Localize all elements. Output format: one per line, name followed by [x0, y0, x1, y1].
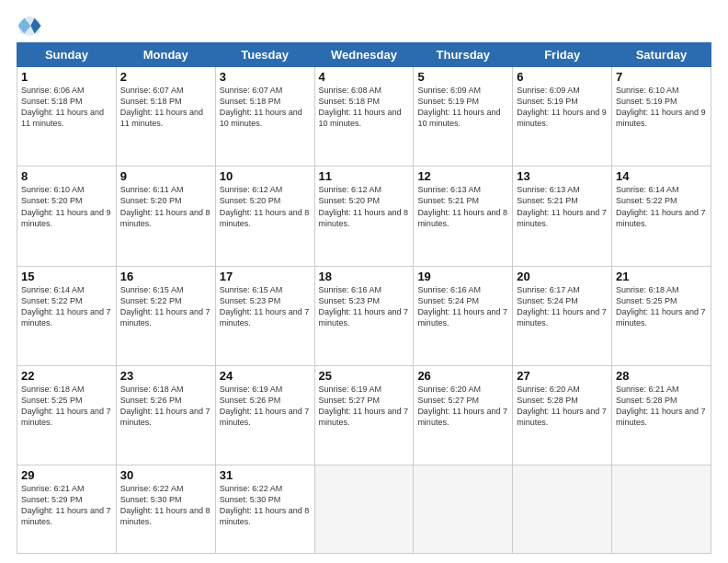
header-cell-monday: Monday: [116, 43, 215, 67]
day-cell: 19 Sunrise: 6:16 AM Sunset: 5:24 PM Dayl…: [414, 266, 513, 365]
day-info: Sunrise: 6:12 AM Sunset: 5:20 PM Dayligh…: [220, 184, 311, 229]
header-cell-thursday: Thursday: [414, 43, 513, 67]
day-number: 17: [220, 270, 311, 283]
day-number: 4: [319, 70, 410, 84]
day-number: 29: [21, 468, 112, 482]
day-number: 12: [417, 169, 508, 183]
week-row-2: 8 Sunrise: 6:10 AM Sunset: 5:20 PM Dayli…: [17, 167, 711, 266]
day-cell: 22 Sunrise: 6:18 AM Sunset: 5:25 PM Dayl…: [17, 365, 117, 465]
day-info: Sunrise: 6:10 AM Sunset: 5:20 PM Dayligh…: [21, 184, 112, 229]
day-number: 3: [220, 70, 311, 84]
day-number: 5: [417, 70, 508, 84]
day-info: Sunrise: 6:19 AM Sunset: 5:26 PM Dayligh…: [220, 384, 311, 429]
header-cell-tuesday: Tuesday: [215, 43, 314, 67]
header-cell-sunday: Sunday: [17, 43, 117, 67]
day-cell: 16 Sunrise: 6:15 AM Sunset: 5:22 PM Dayl…: [116, 266, 215, 365]
day-info: Sunrise: 6:11 AM Sunset: 5:20 PM Dayligh…: [120, 184, 211, 229]
day-cell: 29 Sunrise: 6:21 AM Sunset: 5:29 PM Dayl…: [17, 465, 117, 554]
week-row-3: 15 Sunrise: 6:14 AM Sunset: 5:22 PM Dayl…: [17, 266, 711, 365]
day-number: 8: [21, 169, 112, 183]
day-info: Sunrise: 6:16 AM Sunset: 5:23 PM Dayligh…: [319, 284, 410, 329]
day-info: Sunrise: 6:09 AM Sunset: 5:19 PM Dayligh…: [517, 85, 608, 130]
day-info: Sunrise: 6:21 AM Sunset: 5:29 PM Dayligh…: [21, 483, 112, 528]
day-number: 25: [319, 369, 410, 383]
day-cell: 8 Sunrise: 6:10 AM Sunset: 5:20 PM Dayli…: [17, 167, 117, 266]
week-row-1: 1 Sunrise: 6:06 AM Sunset: 5:18 PM Dayli…: [17, 67, 711, 167]
day-cell: 28 Sunrise: 6:21 AM Sunset: 5:28 PM Dayl…: [612, 365, 711, 465]
day-cell: 13 Sunrise: 6:13 AM Sunset: 5:21 PM Dayl…: [513, 167, 612, 266]
header-cell-friday: Friday: [513, 43, 612, 67]
day-cell: 12 Sunrise: 6:13 AM Sunset: 5:21 PM Dayl…: [414, 167, 513, 266]
day-number: 15: [21, 270, 112, 283]
day-cell: 11 Sunrise: 6:12 AM Sunset: 5:20 PM Dayl…: [314, 167, 414, 266]
day-number: 27: [517, 369, 608, 383]
day-cell: 1 Sunrise: 6:06 AM Sunset: 5:18 PM Dayli…: [17, 67, 117, 167]
day-info: Sunrise: 6:15 AM Sunset: 5:23 PM Dayligh…: [220, 284, 311, 329]
day-cell: 27 Sunrise: 6:20 AM Sunset: 5:28 PM Dayl…: [513, 365, 612, 465]
day-info: Sunrise: 6:13 AM Sunset: 5:21 PM Dayligh…: [517, 184, 608, 229]
day-cell: 14 Sunrise: 6:14 AM Sunset: 5:22 PM Dayl…: [612, 167, 711, 266]
day-cell: 31 Sunrise: 6:22 AM Sunset: 5:30 PM Dayl…: [215, 465, 314, 554]
day-info: Sunrise: 6:10 AM Sunset: 5:19 PM Dayligh…: [616, 85, 707, 130]
day-info: Sunrise: 6:22 AM Sunset: 5:30 PM Dayligh…: [220, 483, 311, 528]
day-info: Sunrise: 6:19 AM Sunset: 5:27 PM Dayligh…: [319, 384, 410, 429]
day-info: Sunrise: 6:18 AM Sunset: 5:25 PM Dayligh…: [616, 284, 707, 329]
calendar-header: SundayMondayTuesdayWednesdayThursdayFrid…: [17, 43, 711, 67]
day-number: 6: [517, 70, 608, 84]
day-cell: 10 Sunrise: 6:12 AM Sunset: 5:20 PM Dayl…: [215, 167, 314, 266]
day-cell: 24 Sunrise: 6:19 AM Sunset: 5:26 PM Dayl…: [215, 365, 314, 465]
day-info: Sunrise: 6:18 AM Sunset: 5:25 PM Dayligh…: [21, 384, 112, 429]
day-info: Sunrise: 6:06 AM Sunset: 5:18 PM Dayligh…: [21, 85, 112, 130]
header-row: SundayMondayTuesdayWednesdayThursdayFrid…: [17, 43, 711, 67]
day-cell: 23 Sunrise: 6:18 AM Sunset: 5:26 PM Dayl…: [116, 365, 215, 465]
day-number: 19: [417, 270, 508, 283]
day-info: Sunrise: 6:16 AM Sunset: 5:24 PM Dayligh…: [417, 284, 508, 329]
day-cell: 17 Sunrise: 6:15 AM Sunset: 5:23 PM Dayl…: [215, 266, 314, 365]
day-cell: [314, 465, 414, 554]
day-cell: 21 Sunrise: 6:18 AM Sunset: 5:25 PM Dayl…: [612, 266, 711, 365]
day-number: 26: [417, 369, 508, 383]
day-cell: 7 Sunrise: 6:10 AM Sunset: 5:19 PM Dayli…: [612, 67, 711, 167]
day-number: 2: [120, 70, 211, 84]
day-info: Sunrise: 6:20 AM Sunset: 5:28 PM Dayligh…: [517, 384, 608, 429]
day-info: Sunrise: 6:13 AM Sunset: 5:21 PM Dayligh…: [417, 184, 508, 229]
day-info: Sunrise: 6:14 AM Sunset: 5:22 PM Dayligh…: [21, 284, 112, 329]
day-cell: 2 Sunrise: 6:07 AM Sunset: 5:18 PM Dayli…: [116, 67, 215, 167]
day-info: Sunrise: 6:22 AM Sunset: 5:30 PM Dayligh…: [120, 483, 211, 528]
day-number: 11: [319, 169, 410, 183]
day-info: Sunrise: 6:07 AM Sunset: 5:18 PM Dayligh…: [220, 85, 311, 130]
day-cell: [513, 465, 612, 554]
day-info: Sunrise: 6:14 AM Sunset: 5:22 PM Dayligh…: [616, 184, 707, 229]
day-number: 9: [120, 169, 211, 183]
logo-icon: [17, 13, 42, 39]
day-cell: 5 Sunrise: 6:09 AM Sunset: 5:19 PM Dayli…: [414, 67, 513, 167]
day-info: Sunrise: 6:09 AM Sunset: 5:19 PM Dayligh…: [417, 85, 508, 130]
day-number: 16: [120, 270, 211, 283]
day-info: Sunrise: 6:15 AM Sunset: 5:22 PM Dayligh…: [120, 284, 211, 329]
day-number: 18: [319, 270, 410, 283]
day-info: Sunrise: 6:20 AM Sunset: 5:27 PM Dayligh…: [417, 384, 508, 429]
day-info: Sunrise: 6:17 AM Sunset: 5:24 PM Dayligh…: [517, 284, 608, 329]
calendar-body: 1 Sunrise: 6:06 AM Sunset: 5:18 PM Dayli…: [17, 67, 711, 554]
day-number: 30: [120, 468, 211, 482]
day-cell: 15 Sunrise: 6:14 AM Sunset: 5:22 PM Dayl…: [17, 266, 117, 365]
header-cell-saturday: Saturday: [612, 43, 711, 67]
day-number: 31: [220, 468, 311, 482]
day-cell: 6 Sunrise: 6:09 AM Sunset: 5:19 PM Dayli…: [513, 67, 612, 167]
day-number: 10: [220, 169, 311, 183]
day-number: 20: [517, 270, 608, 283]
day-info: Sunrise: 6:12 AM Sunset: 5:20 PM Dayligh…: [319, 184, 410, 229]
day-info: Sunrise: 6:07 AM Sunset: 5:18 PM Dayligh…: [120, 85, 211, 130]
logo: [17, 13, 46, 39]
day-cell: 3 Sunrise: 6:07 AM Sunset: 5:18 PM Dayli…: [215, 67, 314, 167]
day-number: 24: [220, 369, 311, 383]
day-cell: 30 Sunrise: 6:22 AM Sunset: 5:30 PM Dayl…: [116, 465, 215, 554]
day-info: Sunrise: 6:08 AM Sunset: 5:18 PM Dayligh…: [319, 85, 410, 130]
week-row-4: 22 Sunrise: 6:18 AM Sunset: 5:25 PM Dayl…: [17, 365, 711, 465]
day-number: 14: [616, 169, 707, 183]
day-cell: 20 Sunrise: 6:17 AM Sunset: 5:24 PM Dayl…: [513, 266, 612, 365]
day-cell: 18 Sunrise: 6:16 AM Sunset: 5:23 PM Dayl…: [314, 266, 414, 365]
day-info: Sunrise: 6:18 AM Sunset: 5:26 PM Dayligh…: [120, 384, 211, 429]
day-number: 7: [616, 70, 707, 84]
day-number: 1: [21, 70, 112, 84]
